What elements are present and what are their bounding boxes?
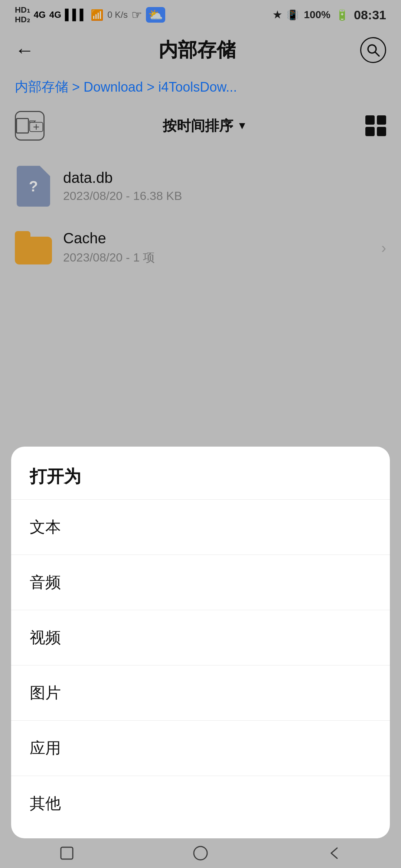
sheet-item-other[interactable]: 其他 [11,776,390,831]
sheet-item-audio[interactable]: 音频 [11,555,390,610]
sheet-item-image[interactable]: 图片 [11,665,390,720]
sheet-item-video[interactable]: 视频 [11,610,390,665]
bottom-sheet: 打开为 文本 音频 视频 图片 应用 其他 [11,447,390,838]
sheet-item-app[interactable]: 应用 [11,720,390,776]
sheet-item-text[interactable]: 文本 [11,499,390,555]
sheet-title: 打开为 [11,447,390,499]
